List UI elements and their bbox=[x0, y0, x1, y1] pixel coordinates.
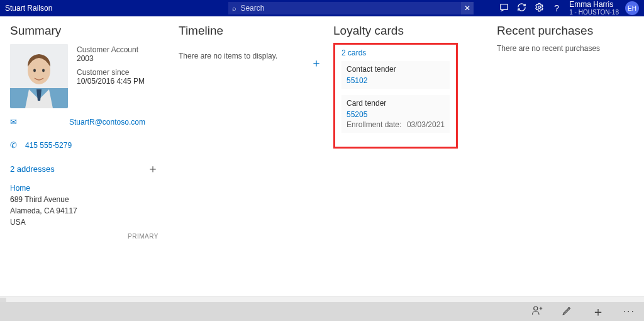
svg-point-7 bbox=[33, 69, 36, 72]
summary-fields: Customer Account 2003 Customer since 10/… bbox=[77, 44, 145, 108]
loyalty-card-item[interactable]: Contact tender 55102 bbox=[341, 61, 450, 89]
phone-link[interactable]: 415 555-5279 bbox=[25, 141, 72, 150]
since-value: 10/05/2016 4:45 PM bbox=[77, 77, 145, 86]
phone-row[interactable]: ✆ 415 555-5279 bbox=[10, 140, 158, 150]
add-address-button[interactable]: ＋ bbox=[147, 161, 158, 176]
customer-photo bbox=[10, 44, 68, 108]
loyalty-card-number[interactable]: 55205 bbox=[347, 110, 445, 119]
svg-rect-0 bbox=[501, 4, 508, 10]
loyalty-count-link[interactable]: 2 cards bbox=[341, 48, 450, 57]
address-line2: Alameda, CA 94117 bbox=[10, 205, 158, 217]
address-line3: USA bbox=[10, 217, 158, 228]
enrollment-date: 03/03/2021 bbox=[407, 120, 445, 129]
loyalty-card-item[interactable]: Card tender 55205 Enrollment date: 03/03… bbox=[341, 95, 450, 133]
more-icon[interactable]: ··· bbox=[623, 306, 635, 317]
loyalty-title: Loyalty cards bbox=[333, 24, 477, 38]
timeline-title: Timeline bbox=[179, 24, 313, 38]
address-label[interactable]: Home bbox=[10, 183, 158, 194]
timeline-panel: Timeline ＋ There are no items to display… bbox=[169, 16, 323, 297]
email-link[interactable]: StuartR@contoso.com bbox=[69, 118, 145, 127]
main-content: Summary Customer Account 2003 Cus bbox=[0, 16, 644, 297]
address-primary-badge: PRIMARY bbox=[10, 232, 158, 241]
messages-icon[interactable] bbox=[495, 3, 513, 14]
recent-title: Recent purchases bbox=[497, 24, 628, 38]
page-customer-name: Stuart Railson bbox=[5, 4, 65, 13]
avatar[interactable]: EH bbox=[625, 1, 639, 15]
account-value: 2003 bbox=[77, 54, 145, 63]
loyalty-card-number[interactable]: 55102 bbox=[347, 76, 445, 85]
horizontal-scrollbar[interactable] bbox=[0, 296, 644, 302]
address-block: Home 689 Third Avenue Alameda, CA 94117 … bbox=[10, 183, 158, 241]
user-menu[interactable]: Emma Harris 1 - HOUSTON-18 bbox=[569, 1, 619, 16]
refresh-icon[interactable] bbox=[513, 3, 530, 14]
svg-point-9 bbox=[533, 307, 537, 310]
edit-icon[interactable] bbox=[562, 305, 573, 318]
timeline-empty-text: There are no items to display. bbox=[179, 52, 313, 60]
summary-panel: Summary Customer Account 2003 Cus bbox=[0, 16, 169, 297]
search-input[interactable] bbox=[240, 4, 470, 13]
loyalty-card-title: Card tender bbox=[347, 99, 445, 108]
enrollment-label: Enrollment date: bbox=[347, 120, 401, 129]
global-search[interactable]: ⌕ ✕ bbox=[228, 2, 474, 14]
bottom-action-bar: ＋ ··· bbox=[0, 302, 644, 321]
help-icon[interactable]: ? bbox=[548, 3, 565, 13]
loyalty-card-title: Contact tender bbox=[347, 65, 445, 74]
settings-icon[interactable] bbox=[530, 3, 548, 14]
svg-point-1 bbox=[538, 6, 540, 9]
clear-search-button[interactable]: ✕ bbox=[461, 2, 474, 14]
top-bar: Stuart Railson ⌕ ✕ ? Emma Harris 1 - HOU… bbox=[0, 0, 644, 16]
recent-panel: Recent purchases There are no recent pur… bbox=[487, 16, 638, 297]
recent-empty-text: There are no recent purchases bbox=[497, 44, 628, 53]
mail-icon: ✉ bbox=[10, 117, 19, 127]
phone-icon: ✆ bbox=[10, 140, 19, 150]
addresses-link[interactable]: 2 addresses bbox=[10, 164, 55, 174]
add-icon[interactable]: ＋ bbox=[592, 303, 604, 320]
account-label: Customer Account bbox=[77, 45, 145, 54]
loyalty-highlight-box: 2 cards Contact tender 55102 Card tender… bbox=[333, 43, 458, 149]
loyalty-panel: Loyalty cards 2 cards Contact tender 551… bbox=[323, 16, 487, 297]
search-icon: ⌕ bbox=[232, 4, 236, 12]
since-label: Customer since bbox=[77, 68, 145, 77]
user-name: Emma Harris bbox=[569, 1, 619, 9]
user-location: 1 - HOUSTON-18 bbox=[569, 9, 619, 16]
assign-user-icon[interactable] bbox=[531, 305, 543, 318]
address-line1: 689 Third Avenue bbox=[10, 194, 158, 205]
add-timeline-button[interactable]: ＋ bbox=[311, 55, 322, 70]
email-row[interactable]: ✉ StuartR@contoso.com bbox=[10, 117, 158, 127]
svg-point-8 bbox=[42, 69, 45, 72]
summary-title: Summary bbox=[10, 24, 158, 38]
